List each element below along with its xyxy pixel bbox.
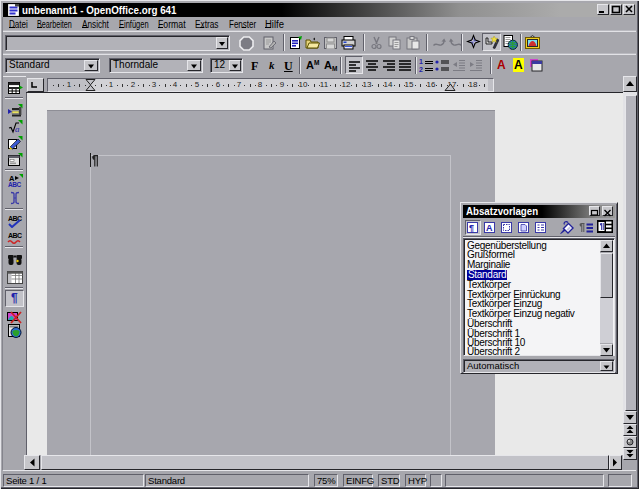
svg-text:1: 1 <box>419 58 423 65</box>
svg-text:2: 2 <box>419 66 423 73</box>
svg-text:¶: ¶ <box>469 223 474 233</box>
svg-text:ABC: ABC <box>8 181 21 188</box>
svg-text:ABC: ABC <box>8 232 22 239</box>
svg-text:a: a <box>15 124 20 134</box>
svg-text:A: A <box>486 223 493 233</box>
